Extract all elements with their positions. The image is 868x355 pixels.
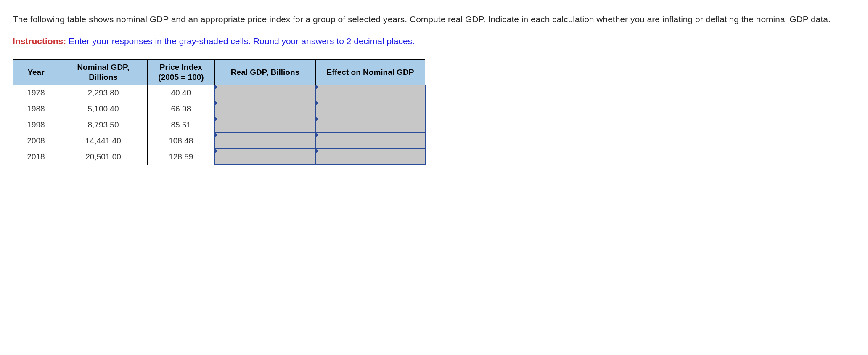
table-row: 1988 5,100.40 66.98 [13,101,425,117]
gdp-table: Year Nominal GDP, Billions Price Index (… [13,59,426,165]
header-year: Year [13,60,59,85]
header-real-gdp: Real GDP, Billions [215,60,316,85]
cell-year: 1988 [13,101,59,117]
cell-effect [316,85,425,101]
cell-real-gdp [215,101,316,117]
cell-nominal: 5,100.40 [59,101,148,117]
real-gdp-input[interactable] [215,101,315,117]
effect-input[interactable] [316,101,425,117]
cell-real-gdp [215,117,316,133]
real-gdp-input[interactable] [215,117,315,132]
cell-effect [316,117,425,133]
cell-year: 1998 [13,117,59,133]
cell-effect [316,133,425,149]
cell-real-gdp [215,149,316,165]
real-gdp-input[interactable] [215,85,315,101]
cell-price-index: 108.48 [148,133,215,149]
cell-real-gdp [215,133,316,149]
cell-nominal: 8,793.50 [59,117,148,133]
instructions-line: Instructions: Enter your responses in th… [13,34,855,48]
cell-real-gdp [215,85,316,101]
table-header-row: Year Nominal GDP, Billions Price Index (… [13,60,425,85]
cell-year: 2008 [13,133,59,149]
cell-effect [316,149,425,165]
effect-input[interactable] [316,133,425,148]
problem-intro: The following table shows nominal GDP an… [13,13,855,26]
header-nominal: Nominal GDP, Billions [59,60,148,85]
instructions-text: Enter your responses in the gray-shaded … [66,36,415,46]
header-effect: Effect on Nominal GDP [316,60,425,85]
cell-nominal: 2,293.80 [59,85,148,101]
table-row: 2018 20,501.00 128.59 [13,149,425,165]
table-row: 1978 2,293.80 40.40 [13,85,425,101]
cell-price-index: 128.59 [148,149,215,165]
cell-price-index: 40.40 [148,85,215,101]
table-row: 1998 8,793.50 85.51 [13,117,425,133]
header-price-index: Price Index (2005 = 100) [148,60,215,85]
real-gdp-input[interactable] [215,133,315,148]
table-row: 2008 14,441.40 108.48 [13,133,425,149]
cell-price-index: 66.98 [148,101,215,117]
cell-effect [316,101,425,117]
cell-nominal: 20,501.00 [59,149,148,165]
cell-nominal: 14,441.40 [59,133,148,149]
instructions-label: Instructions: [13,36,66,46]
effect-input[interactable] [316,149,425,164]
effect-input[interactable] [316,85,425,101]
real-gdp-input[interactable] [215,149,315,164]
effect-input[interactable] [316,117,425,132]
cell-year: 2018 [13,149,59,165]
cell-year: 1978 [13,85,59,101]
cell-price-index: 85.51 [148,117,215,133]
